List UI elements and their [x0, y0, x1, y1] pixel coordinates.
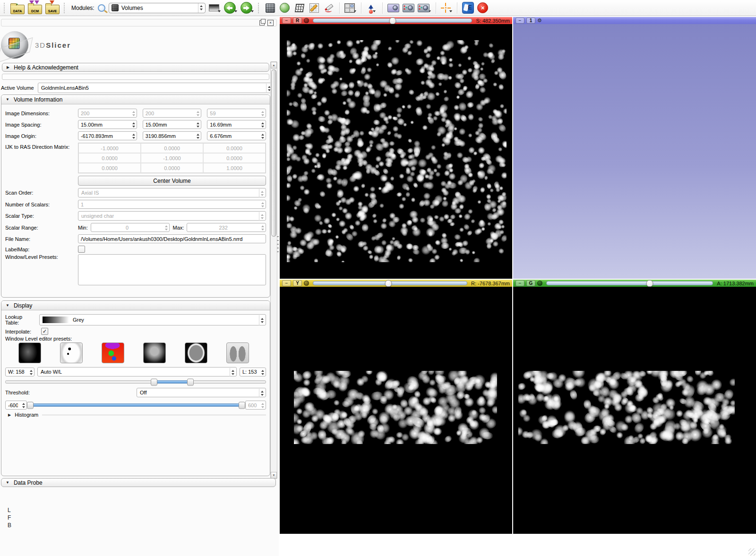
combo-arrows[interactable]	[259, 389, 265, 397]
threshold-high-handle[interactable]	[239, 402, 245, 409]
collapse-yellow-button[interactable]: −	[282, 280, 291, 286]
gear-icon[interactable]: ⚙	[537, 18, 542, 23]
slider-handle[interactable]	[646, 280, 653, 287]
level-spinbox[interactable]	[240, 368, 266, 376]
preset-thumbnail-ct-abdomen[interactable]	[143, 342, 166, 363]
lookup-table-combo[interactable]: Grey	[39, 314, 266, 325]
undock-panel-icon[interactable]	[259, 20, 265, 26]
layout-selector-button[interactable]	[344, 1, 356, 15]
extensions-manager-button[interactable]: E	[462, 1, 474, 15]
origin-x-field[interactable]	[78, 131, 137, 140]
threshold-low-handle[interactable]	[27, 402, 34, 409]
preset-thumbnail-pet-rainbow[interactable]	[102, 342, 124, 363]
combo-arrows[interactable]	[259, 315, 265, 325]
transforms-module-button[interactable]	[294, 1, 305, 15]
origin-y-field[interactable]	[143, 131, 202, 140]
history-back-button[interactable]	[224, 1, 237, 15]
module-selector-combo[interactable]: Volumes	[109, 3, 206, 13]
save-button[interactable]: SAVE	[45, 1, 60, 15]
collapse-3d-button[interactable]: −	[515, 17, 524, 24]
sagittal-slice-image[interactable]	[294, 371, 497, 444]
file-name-label: File Name:	[5, 236, 75, 242]
yellow-slice-viewport[interactable]	[280, 287, 512, 534]
collapse-red-button[interactable]: −	[282, 17, 291, 24]
toolbar-grip[interactable]	[4, 3, 6, 13]
spacing-z-field[interactable]	[207, 120, 266, 129]
scroll-down-button[interactable]: ▼	[271, 472, 277, 479]
volume-information-header[interactable]: ▼ Volume Information	[1, 95, 270, 104]
wl-editor-presets-label: Window Level editor presets:	[5, 336, 72, 342]
close-app-button[interactable]: ×	[477, 1, 489, 15]
scrollbar-thumb[interactable]	[271, 69, 276, 237]
display-header[interactable]: ▼ Display	[1, 301, 270, 310]
scene-view-capture-button[interactable]	[403, 1, 414, 15]
pin-icon[interactable]	[304, 281, 309, 286]
preset-thumbnail-mri-head[interactable]	[18, 342, 41, 363]
origin-z-field[interactable]	[207, 131, 266, 140]
wl-mode-combo[interactable]: Auto W/L	[37, 367, 237, 376]
toolbar-grip[interactable]	[258, 3, 260, 13]
window-level-range-slider[interactable]	[5, 380, 266, 384]
labelmap-checkbox[interactable]	[78, 246, 85, 253]
scroll-up-button[interactable]: ▲	[271, 62, 277, 68]
collapsed-strip	[2, 74, 269, 80]
wl-high-handle[interactable]	[187, 378, 194, 385]
green-slice-viewport[interactable]	[513, 287, 756, 534]
editor-module-button[interactable]	[309, 1, 320, 15]
slider-handle[interactable]	[385, 280, 392, 287]
collapse-green-button[interactable]: −	[515, 280, 524, 286]
panel-splitter-handle[interactable]	[277, 236, 279, 255]
red-slice-slider[interactable]	[313, 18, 472, 23]
module-history-button[interactable]	[209, 1, 221, 15]
sphere-icon	[280, 3, 290, 13]
spacing-y-field[interactable]	[143, 120, 202, 129]
combo-arrows[interactable]	[230, 368, 236, 376]
wl-low-handle[interactable]	[151, 378, 157, 385]
coronal-slice-image[interactable]	[518, 371, 735, 444]
scene-view-restore-button[interactable]	[418, 1, 431, 15]
folder-icon: DATA	[10, 5, 25, 14]
load-data-button[interactable]: DATA	[10, 1, 25, 15]
pin-icon[interactable]	[304, 18, 309, 23]
interpolate-checkbox[interactable]: ✓	[41, 328, 48, 335]
center-volume-button[interactable]: Center Volume	[78, 176, 266, 186]
file-name-field[interactable]	[78, 234, 266, 243]
combo-arrows[interactable]	[198, 3, 204, 13]
close-panel-icon[interactable]: ×	[267, 20, 274, 26]
threshold-min-spinbox[interactable]	[5, 401, 27, 410]
red-slice-viewport[interactable]	[280, 24, 512, 279]
wl-presets-listbox[interactable]	[78, 254, 266, 285]
panel-scrollbar[interactable]: ▲ ▼	[270, 61, 277, 479]
history-forward-button[interactable]	[241, 1, 254, 15]
help-acknowledgement-header[interactable]: ▶ Help & Acknowledgement	[2, 63, 269, 72]
collapsed-arrow-icon: ▶	[8, 413, 11, 417]
window-spinbox[interactable]	[5, 368, 34, 376]
threshold-max-spinbox[interactable]	[245, 401, 266, 410]
crosshair-button[interactable]	[441, 1, 452, 15]
threshold-mode-combo[interactable]: Off	[137, 388, 266, 397]
pin-icon[interactable]	[537, 281, 542, 286]
markups-module-button[interactable]	[323, 1, 335, 15]
preset-thumbnail-ct-bone-inverted[interactable]	[60, 342, 83, 363]
threshold-mode-value: Off	[140, 390, 146, 395]
load-dicom-button[interactable]: DCM	[28, 1, 42, 15]
window-resize-grip[interactable]	[748, 548, 756, 556]
spacing-x-field[interactable]	[78, 120, 137, 129]
volumes-module-button[interactable]	[265, 1, 276, 15]
models-module-button[interactable]	[279, 1, 291, 15]
slider-handle[interactable]	[389, 17, 396, 24]
toolbar-grip[interactable]	[64, 3, 66, 13]
yellow-slice-slider[interactable]	[313, 281, 467, 285]
mouse-place-mode-button[interactable]	[366, 1, 378, 15]
data-probe-header[interactable]: ▼ Data Probe	[1, 478, 276, 487]
screenshot-button[interactable]	[387, 1, 399, 15]
green-slice-slider[interactable]	[546, 281, 713, 285]
histogram-header[interactable]: ▶ Histogram	[8, 412, 266, 418]
threshold-range-slider[interactable]	[30, 403, 242, 407]
threed-viewport[interactable]	[513, 24, 756, 279]
preset-thumbnail-ct-brain[interactable]	[185, 342, 207, 363]
axial-slice-image[interactable]	[287, 40, 507, 262]
module-search-icon[interactable]	[98, 4, 105, 12]
preset-thumbnail-ct-lung[interactable]	[226, 342, 249, 363]
active-volume-combo[interactable]: GoldnmInLensABin5	[38, 83, 273, 93]
